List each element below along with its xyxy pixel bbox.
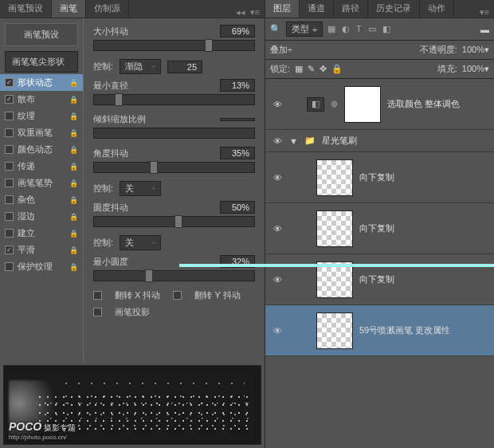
- brush-option-checkbox[interactable]: [5, 195, 14, 204]
- lock-icon[interactable]: 🔒: [69, 213, 78, 221]
- brush-option-7[interactable]: 杂色🔒: [0, 191, 83, 208]
- lock-all-icon[interactable]: 🔒: [331, 64, 343, 74]
- fill-field[interactable]: 100%▾: [462, 64, 489, 74]
- lock-icon[interactable]: 🔒: [69, 146, 78, 154]
- brush-option-checkbox[interactable]: [5, 262, 14, 271]
- layer-name[interactable]: 选取颜色 整体调色: [387, 98, 488, 110]
- lock-paint-icon[interactable]: ✎: [308, 64, 315, 74]
- filter-adjust-icon[interactable]: ◐: [342, 24, 350, 34]
- angle-control-dropdown[interactable]: 关: [120, 181, 161, 196]
- layer-row[interactable]: 👁向下复制: [265, 152, 494, 203]
- layer-row[interactable]: 👁◧⊗选取颜色 整体调色: [265, 79, 494, 130]
- layer-name[interactable]: 向下复制: [359, 222, 488, 234]
- brush-option-1[interactable]: 散布🔒: [0, 91, 83, 108]
- lock-icon[interactable]: 🔒: [69, 79, 78, 87]
- brush-option-3[interactable]: 双重画笔🔒: [0, 124, 83, 141]
- collapse-icon[interactable]: ◂◂: [236, 7, 245, 18]
- opacity-field[interactable]: 100%▾: [462, 45, 489, 55]
- layer-thumbnail[interactable]: [316, 312, 353, 349]
- lock-icon[interactable]: 🔒: [69, 179, 78, 187]
- lock-trans-icon[interactable]: ▦: [295, 64, 303, 74]
- tab-brush-preset[interactable]: 画笔预设: [0, 0, 52, 18]
- layer-row[interactable]: 👁向下复制: [265, 254, 494, 305]
- brush-option-0[interactable]: 形状动态🔒: [0, 74, 83, 91]
- layer-row[interactable]: 👁59号喷溅画笔 更改属性: [265, 305, 494, 356]
- brush-option-checkbox[interactable]: [5, 229, 14, 238]
- brush-option-10[interactable]: 平滑🔒: [0, 242, 83, 258]
- brush-option-checkbox[interactable]: [5, 112, 14, 120]
- visibility-icon[interactable]: 👁: [272, 100, 283, 109]
- min-roundness-slider[interactable]: [93, 270, 255, 281]
- roundness-control-dropdown[interactable]: 关: [120, 235, 161, 250]
- tab-brush[interactable]: 画笔: [52, 0, 86, 18]
- size-control-steps[interactable]: 25: [167, 61, 202, 73]
- layer-thumbnail[interactable]: [316, 210, 353, 247]
- lock-icon[interactable]: 🔒: [69, 230, 78, 238]
- brush-option-11[interactable]: 保护纹理🔒: [0, 258, 83, 275]
- filter-pixel-icon[interactable]: ▦: [327, 24, 335, 34]
- layer-name[interactable]: 59号喷溅画笔 更改属性: [359, 324, 488, 336]
- visibility-icon[interactable]: 👁: [272, 224, 283, 234]
- filter-kind-dropdown[interactable]: 类型÷: [286, 22, 323, 37]
- brush-option-4[interactable]: 颜色动态🔒: [0, 141, 83, 158]
- filter-text-icon[interactable]: T: [356, 24, 362, 34]
- filter-shape-icon[interactable]: ▭: [368, 24, 376, 34]
- brush-option-checkbox[interactable]: [5, 212, 14, 221]
- angle-jitter-value[interactable]: 35%: [220, 147, 255, 159]
- brush-option-2[interactable]: 纹理🔒: [0, 108, 83, 124]
- layer-name[interactable]: 向下复制: [359, 273, 488, 285]
- tab-clone-source[interactable]: 仿制源: [86, 0, 129, 18]
- folder-toggle-icon[interactable]: ▼: [289, 136, 298, 146]
- brush-tip-shape[interactable]: 画笔笔尖形状: [5, 51, 78, 73]
- brush-presets-button[interactable]: 画笔预设: [5, 23, 78, 46]
- brush-option-checkbox[interactable]: [5, 246, 14, 254]
- brush-option-6[interactable]: 画笔笔势🔒: [0, 175, 83, 191]
- brush-option-checkbox[interactable]: [5, 95, 14, 104]
- min-diameter-slider[interactable]: [93, 94, 255, 105]
- lock-icon[interactable]: 🔒: [69, 246, 78, 254]
- layer-thumbnail[interactable]: [316, 159, 353, 196]
- lock-icon[interactable]: 🔒: [69, 96, 78, 104]
- brush-projection-checkbox[interactable]: [93, 308, 102, 316]
- layer-name[interactable]: 向下复制: [359, 171, 488, 183]
- brush-option-9[interactable]: 建立🔒: [0, 225, 83, 242]
- layer-row[interactable]: 👁▼📁星光笔刷: [265, 130, 494, 152]
- brush-option-checkbox[interactable]: [5, 162, 14, 171]
- size-jitter-slider[interactable]: [93, 40, 255, 51]
- tab-channels[interactable]: 通道: [300, 0, 334, 18]
- visibility-icon[interactable]: 👁: [272, 173, 283, 183]
- min-diameter-value[interactable]: 13%: [220, 79, 255, 92]
- visibility-icon[interactable]: 👁: [272, 136, 283, 146]
- brush-option-8[interactable]: 湿边🔒: [0, 208, 83, 225]
- blend-mode-dropdown[interactable]: 叠加÷: [270, 44, 326, 56]
- tab-history[interactable]: 历史记录: [368, 0, 420, 18]
- roundness-jitter-value[interactable]: 50%: [220, 201, 255, 214]
- flip-x-checkbox[interactable]: [93, 291, 102, 300]
- lock-icon[interactable]: 🔒: [69, 196, 78, 204]
- lock-icon[interactable]: 🔒: [69, 263, 78, 271]
- visibility-icon[interactable]: 👁: [272, 275, 283, 285]
- brush-option-checkbox[interactable]: [5, 128, 14, 137]
- visibility-icon[interactable]: 👁: [272, 326, 283, 336]
- link-icon[interactable]: ⊗: [331, 99, 338, 109]
- lock-icon[interactable]: 🔒: [69, 112, 78, 120]
- size-jitter-value[interactable]: 69%: [220, 25, 255, 37]
- layer-name[interactable]: 星光笔刷: [322, 135, 488, 147]
- size-control-dropdown[interactable]: 渐隐: [120, 59, 161, 74]
- lock-icon[interactable]: 🔒: [69, 163, 78, 171]
- brush-option-checkbox[interactable]: [5, 179, 14, 187]
- filter-icon[interactable]: 🔍: [270, 24, 281, 34]
- lock-icon[interactable]: 🔒: [69, 129, 78, 137]
- panel-menu-icon[interactable]: ▾≡: [480, 7, 489, 18]
- filter-toggle[interactable]: ▬: [480, 25, 489, 34]
- roundness-jitter-slider[interactable]: [93, 216, 255, 227]
- flip-y-checkbox[interactable]: [173, 291, 182, 300]
- brush-option-checkbox[interactable]: [5, 145, 14, 154]
- brush-option-checkbox[interactable]: [5, 78, 14, 87]
- filter-smart-icon[interactable]: ◧: [382, 24, 390, 34]
- layer-row[interactable]: 👁向下复制: [265, 203, 494, 254]
- tab-actions[interactable]: 动作: [420, 0, 454, 18]
- panel-menu-icon[interactable]: ▾≡: [250, 7, 260, 18]
- tab-layers[interactable]: 图层: [265, 0, 300, 18]
- tab-paths[interactable]: 路径: [334, 0, 368, 18]
